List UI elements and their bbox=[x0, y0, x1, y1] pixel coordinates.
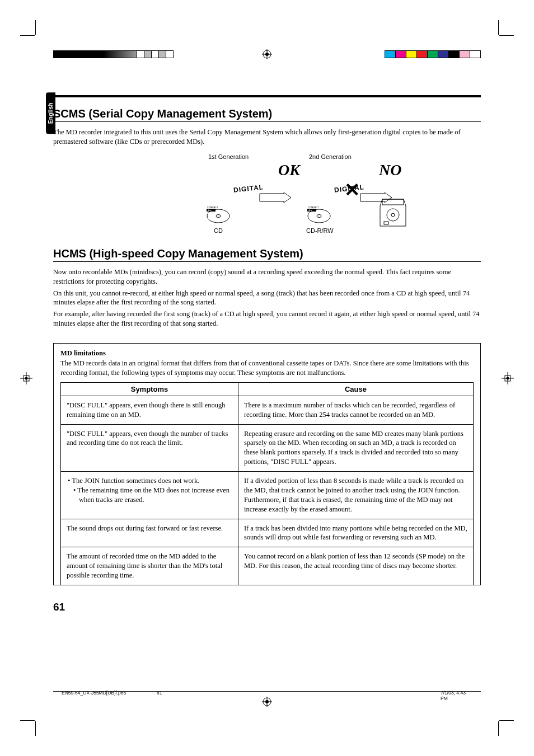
language-tab: English bbox=[46, 92, 55, 134]
svg-rect-28 bbox=[384, 222, 388, 224]
col-symptoms: Symptoms bbox=[61, 382, 238, 396]
cdrrw-label: CD-R/RW bbox=[306, 227, 334, 234]
gen1-label: 1st Generation bbox=[208, 153, 249, 160]
svg-text:disc: disc bbox=[308, 209, 312, 212]
hcms-p2: On this unit, you cannot re-record, at e… bbox=[53, 289, 481, 308]
footer-filename: EN59-64_UX-J55MD[UB]f.p65 bbox=[62, 690, 157, 701]
col-cause: Cause bbox=[238, 382, 473, 396]
symptom-cell: "DISC FULL" appears, even though there i… bbox=[61, 396, 238, 424]
symptom-cell: • The JOIN function sometimes does not w… bbox=[61, 472, 238, 519]
svg-point-22 bbox=[317, 214, 321, 217]
side-register-icon bbox=[20, 372, 32, 384]
cause-cell: Repeating erasure and recording on the s… bbox=[238, 424, 473, 472]
top-rule bbox=[53, 95, 481, 97]
svg-point-15 bbox=[507, 377, 509, 379]
table-row: The amount of recorded time on the MD ad… bbox=[61, 547, 474, 585]
limitations-intro: The MD records data in an original forma… bbox=[60, 359, 474, 378]
hcms-p1: Now onto recordable MDs (minidiscs), you… bbox=[53, 267, 481, 287]
printer-gradient-bar bbox=[53, 50, 174, 58]
scms-diagram: 1st Generation 2nd Generation OK NO DIGI… bbox=[121, 153, 413, 237]
svg-text:disc: disc bbox=[208, 209, 212, 212]
printer-color-bar bbox=[385, 50, 481, 58]
scms-heading: SCMS (Serial Copy Management System) bbox=[53, 107, 481, 120]
symptom-bullet: • The JOIN function sometimes does not w… bbox=[67, 476, 232, 486]
cd-icon: COMPACTdisc bbox=[205, 204, 231, 224]
symptom-cell: The amount of recorded time on the MD ad… bbox=[61, 547, 238, 585]
cause-cell: There is a maximum number of tracks whic… bbox=[238, 396, 473, 424]
gen2-label: 2nd Generation bbox=[309, 153, 352, 160]
table-row: The sound drops out during fast forward … bbox=[61, 519, 474, 547]
ok-label: OK bbox=[278, 161, 300, 179]
table-row: • The JOIN function sometimes does not w… bbox=[61, 472, 474, 519]
symptom-cell: The sound drops out during fast forward … bbox=[61, 519, 238, 547]
symptom-bullet: • The remaining time on the MD does not … bbox=[67, 486, 232, 505]
footer: EN59-64_UX-J55MD[UB]f.p65 61 7/1/03, 4:4… bbox=[62, 690, 472, 701]
svg-point-27 bbox=[391, 213, 395, 217]
svg-point-3 bbox=[265, 53, 269, 56]
no-label: NO bbox=[379, 161, 401, 179]
hcms-heading: HCMS (High-speed Copy Management System) bbox=[53, 247, 481, 260]
cause-cell: If a divided portion of less than 8 seco… bbox=[238, 472, 473, 519]
symptom-cell: "DISC FULL" appears, even though the num… bbox=[61, 424, 238, 472]
md-icon bbox=[379, 198, 407, 228]
page-number: 61 bbox=[53, 601, 481, 613]
symptoms-table: Symptoms Cause "DISC FULL" appears, even… bbox=[60, 382, 474, 585]
cd-label: CD bbox=[214, 227, 223, 234]
md-limitations-box: MD limitations The MD records data in an… bbox=[53, 343, 481, 585]
cdrrw-icon: COMPACTdisc bbox=[306, 204, 332, 224]
svg-point-26 bbox=[387, 209, 399, 221]
cause-cell: You cannot record on a blank portion of … bbox=[238, 547, 473, 585]
register-mark-icon bbox=[262, 49, 272, 59]
table-row: "DISC FULL" appears, even though the num… bbox=[61, 424, 474, 472]
footer-page: 61 bbox=[157, 690, 274, 701]
arrow-icon bbox=[259, 192, 292, 203]
scms-body: The MD recorder integrated to this unit … bbox=[53, 128, 481, 147]
svg-point-11 bbox=[25, 377, 28, 379]
footer-datetime: 7/1/03, 4:43 PM bbox=[274, 690, 472, 701]
cause-cell: If a track has been divided into many po… bbox=[238, 519, 473, 547]
side-register-icon bbox=[502, 372, 514, 384]
table-row: "DISC FULL" appears, even though there i… bbox=[61, 396, 474, 424]
hcms-p3: For example, after having recorded the f… bbox=[53, 309, 481, 328]
svg-point-17 bbox=[216, 214, 221, 217]
limitations-title: MD limitations bbox=[60, 349, 474, 358]
x-mark-icon: ✕ bbox=[344, 179, 360, 201]
